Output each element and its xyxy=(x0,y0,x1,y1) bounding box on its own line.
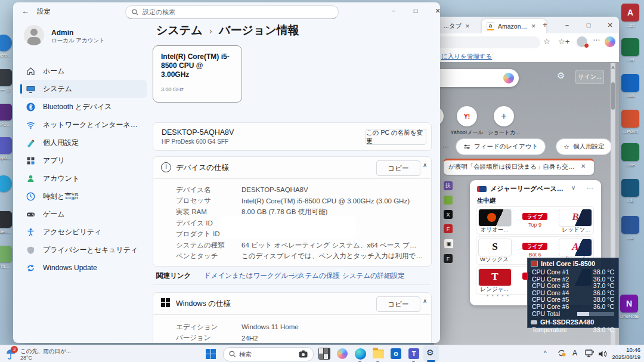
desktop-icon[interactable] xyxy=(0,69,12,86)
processor-card[interactable]: Intel(R) Core(TM) i5-8500 CPU @ 3.00GHz … xyxy=(153,45,242,103)
edge-maximize-button[interactable]: □ xyxy=(578,17,599,33)
desktop-icon[interactable]: N xyxy=(620,295,638,313)
sidebar-item-network[interactable]: ネットワークとインターネット xyxy=(20,116,147,134)
settings-close-button[interactable]: ✕ xyxy=(428,3,440,18)
related-link[interactable]: システムの詳細設定 xyxy=(342,271,405,280)
sidebar-item-apps[interactable]: アプリ xyxy=(20,151,147,169)
sidebar-item-personalization[interactable]: 個人用設定 xyxy=(20,134,147,151)
new-tab-icon[interactable]: + xyxy=(543,20,547,29)
related-link[interactable]: システムの保護 xyxy=(291,271,340,280)
clock[interactable]: 10:46 2025/08/19 xyxy=(612,346,640,361)
edge-tab-newtab[interactable]: ...タブ ✕ xyxy=(439,19,488,33)
edge-address-bar[interactable] xyxy=(434,36,540,48)
desktop-icon[interactable] xyxy=(621,38,639,56)
collapse-chevron-icon[interactable]: ∧ xyxy=(423,162,427,168)
favorite-star-icon[interactable]: ☆ xyxy=(543,37,550,46)
mlb-menu-icon[interactable]: ⋯ xyxy=(587,184,593,192)
carousel-dots[interactable]: ● ● ● ● ● xyxy=(487,293,510,297)
sidebar-item-accessibility[interactable]: アクセシビリティ xyxy=(20,223,147,241)
site-icon[interactable]: F xyxy=(444,224,453,233)
edge-menu-icon[interactable]: ⋯ xyxy=(593,36,600,44)
desktop-icon[interactable] xyxy=(0,104,12,120)
taskbar-search-box[interactable]: 検索 xyxy=(223,347,314,361)
copilot-icon[interactable] xyxy=(605,36,615,47)
desktop-icon[interactable] xyxy=(621,110,639,128)
desktop-icon[interactable] xyxy=(621,143,639,161)
back-icon[interactable]: ← xyxy=(21,7,29,16)
sidebar-item-windows-update[interactable]: Windows Update xyxy=(20,259,147,277)
quick-link-add-shortcut[interactable]: + xyxy=(494,106,514,126)
copilot-app-icon[interactable] xyxy=(336,347,349,360)
tab-close-icon[interactable]: ✕ xyxy=(531,23,536,29)
copy-button[interactable]: コピー xyxy=(376,160,420,176)
sidebar-item-accounts[interactable]: アカウント xyxy=(20,169,147,187)
manage-favorites-link[interactable]: に入りを管理する xyxy=(441,52,492,61)
file-explorer-app-icon[interactable] xyxy=(371,347,385,360)
site-icon[interactable]: F xyxy=(444,254,453,263)
mlb-game-row[interactable]: Bオリオー...レッドソ...ライブTop 9 xyxy=(476,206,594,235)
site-icon[interactable]: 技 xyxy=(444,181,453,190)
sidebar-item-system[interactable]: システム xyxy=(20,80,147,98)
desktop-icon[interactable]: A xyxy=(621,4,639,21)
sidebar-item-privacy[interactable]: プライバシーとセキュリティ xyxy=(20,241,147,259)
site-icon[interactable] xyxy=(444,196,453,205)
collapse-chevron-icon[interactable]: ∧ xyxy=(423,298,427,304)
site-icon[interactable]: ▣ xyxy=(444,239,454,249)
outlook-app-icon[interactable]: o xyxy=(389,347,402,360)
edge-app-icon[interactable] xyxy=(354,347,367,360)
hardware-monitor-app-icon[interactable] xyxy=(318,347,331,360)
visual-search-camera-icon[interactable] xyxy=(299,350,308,358)
spec-row: ペンとタッチこのディスプレイでは、ペン入力とタッチ入力は利用できません xyxy=(176,251,423,262)
feed-menu-icon[interactable]: ⋯ xyxy=(442,143,449,151)
desktop-icon[interactable] xyxy=(0,246,12,262)
taskbar-weather-widget[interactable]: 3 この先、雨の日が... 28°C xyxy=(2,345,98,362)
desktop-icon[interactable] xyxy=(0,175,12,192)
personalize-button[interactable]: ☆ 個人用設定 xyxy=(556,138,612,155)
volume-tray-icon[interactable] xyxy=(598,349,607,360)
settings-minimize-button[interactable]: − xyxy=(383,3,404,18)
desktop-icon[interactable] xyxy=(0,211,12,228)
avatar[interactable] xyxy=(24,25,44,45)
edge-minimize-button[interactable]: − xyxy=(557,17,577,33)
news-bar[interactable]: が表明「会談場所は後日決まる」自身も交えた3... ✕ xyxy=(444,159,594,175)
ntp-settings-gear-icon[interactable]: ⚙ xyxy=(557,70,565,81)
favorites-list-icon[interactable]: ☆+ xyxy=(558,37,569,46)
sidebar-item-home[interactable]: ホーム xyxy=(20,62,147,80)
breadcrumb-parent[interactable]: システム xyxy=(156,24,203,36)
network-tray-icon[interactable] xyxy=(585,349,595,360)
desktop-icon[interactable] xyxy=(621,216,639,234)
ime-indicator[interactable]: A xyxy=(572,349,577,357)
desktop-icon[interactable] xyxy=(621,179,639,197)
edge-close-button[interactable]: ✕ xyxy=(600,17,619,33)
edge-scrollbar-thumb[interactable] xyxy=(611,82,615,110)
related-link[interactable]: ドメインまたはワークグループ xyxy=(204,271,302,280)
sidebar-item-time-language[interactable]: 時刻と言語 xyxy=(20,187,147,205)
settings-maximize-button[interactable]: □ xyxy=(405,3,426,18)
feed-layout-button[interactable]: フィードのレイアウト xyxy=(456,138,546,155)
tab-close-icon[interactable]: ✕ xyxy=(465,23,470,29)
ntp-search-bar[interactable] xyxy=(434,69,519,87)
quick-link-yahoo-mail[interactable]: Y! xyxy=(457,106,477,126)
scrollbar-up-arrow[interactable] xyxy=(611,66,615,69)
teams-app-icon[interactable]: T xyxy=(407,347,420,360)
desktop-icon[interactable] xyxy=(621,74,639,92)
edge-tab-amazon[interactable]: a Amazon | ... ✕ xyxy=(482,19,546,33)
settings-search-input[interactable]: 設定の検索 xyxy=(125,5,339,19)
news-close-icon[interactable]: ✕ xyxy=(581,163,586,169)
profile-avatar[interactable] xyxy=(577,36,587,47)
rename-pc-button[interactable]: この PC の名前を変更 xyxy=(366,129,426,145)
sidebar-item-bluetooth[interactable]: Bluetooth とデバイス xyxy=(20,98,147,116)
desktop-icon[interactable] xyxy=(0,35,12,51)
signin-button[interactable]: サイン... xyxy=(575,70,604,84)
desktop-icon[interactable] xyxy=(0,137,12,154)
settings-app-icon-active[interactable]: ⚙ xyxy=(423,346,439,361)
chevron-down-icon[interactable]: ∨ xyxy=(571,184,575,191)
tray-chevron-icon[interactable]: ^ xyxy=(544,350,547,357)
update-tray-icon[interactable] xyxy=(557,348,566,360)
start-button[interactable] xyxy=(204,347,217,360)
copy-button[interactable]: コピー xyxy=(376,296,420,312)
sidebar-item-gaming[interactable]: ゲーム xyxy=(20,205,147,223)
user-name: Admin xyxy=(51,29,73,37)
page-title: バージョン情報 xyxy=(219,24,299,36)
site-icon[interactable]: X xyxy=(444,210,453,219)
